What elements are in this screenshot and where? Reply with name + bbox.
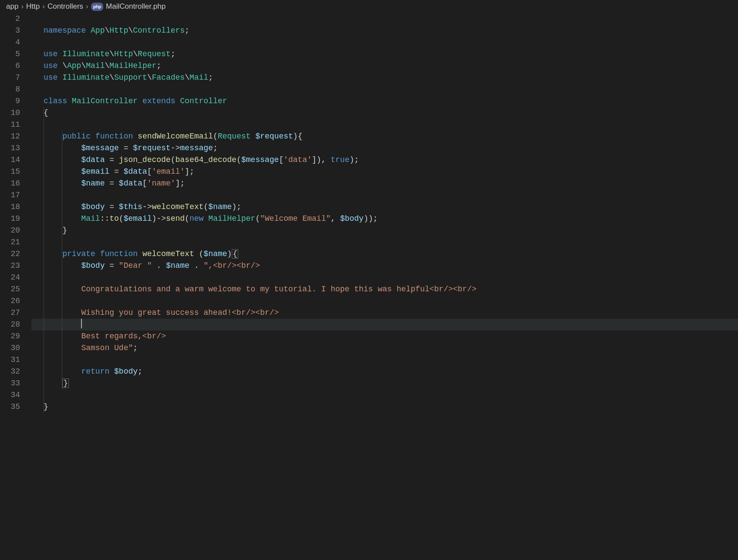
line-number: 32 bbox=[0, 366, 20, 378]
chevron-right-icon: › bbox=[21, 1, 24, 12]
line-number: 18 bbox=[0, 201, 20, 213]
code-line-23[interactable]: $body = "Dear " . $name . ",<br/><br/> bbox=[31, 260, 738, 272]
code-line-32[interactable]: return $body; bbox=[31, 366, 738, 378]
text-cursor bbox=[81, 319, 82, 328]
code-line-21[interactable] bbox=[31, 236, 738, 248]
code-line-8[interactable] bbox=[31, 84, 738, 95]
line-number: 15 bbox=[0, 166, 20, 178]
line-number: 12 bbox=[0, 131, 20, 142]
code-line-2[interactable] bbox=[31, 13, 738, 25]
line-number: 11 bbox=[0, 119, 20, 131]
line-number: 6 bbox=[0, 60, 20, 72]
breadcrumb-seg-http[interactable]: Http bbox=[26, 1, 40, 12]
chevron-right-icon: › bbox=[42, 1, 45, 12]
breadcrumb-file[interactable]: MailController.php bbox=[106, 1, 166, 12]
line-number: 16 bbox=[0, 178, 20, 189]
line-number: 10 bbox=[0, 107, 20, 119]
code-editor[interactable]: 2345678910111213141516171819202122232425… bbox=[0, 13, 738, 413]
line-number-gutter: 2345678910111213141516171819202122232425… bbox=[0, 13, 31, 413]
line-number: 35 bbox=[0, 401, 20, 413]
code-line-14[interactable]: $data = json_decode(base64_decode($messa… bbox=[31, 154, 738, 166]
line-number: 17 bbox=[0, 189, 20, 201]
code-line-28[interactable] bbox=[31, 319, 738, 331]
line-number: 28 bbox=[0, 319, 20, 331]
line-number: 24 bbox=[0, 272, 20, 283]
code-line-19[interactable]: Mail::to($email)->send(new MailHelper("W… bbox=[31, 213, 738, 225]
line-number: 8 bbox=[0, 84, 20, 95]
line-number: 13 bbox=[0, 142, 20, 154]
code-line-15[interactable]: $email = $data['email']; bbox=[31, 166, 738, 178]
line-number: 9 bbox=[0, 95, 20, 107]
code-line-29[interactable]: Best regards,<br/> bbox=[31, 331, 738, 342]
code-line-10[interactable]: { bbox=[31, 107, 738, 119]
line-number: 7 bbox=[0, 72, 20, 84]
line-number: 33 bbox=[0, 378, 20, 389]
code-line-24[interactable] bbox=[31, 272, 738, 283]
line-number: 4 bbox=[0, 37, 20, 48]
code-line-33[interactable]: } bbox=[31, 378, 738, 389]
line-number: 21 bbox=[0, 236, 20, 248]
code-line-12[interactable]: public function sendWelcomeEmail(Request… bbox=[31, 131, 738, 142]
line-number: 26 bbox=[0, 295, 20, 307]
breadcrumb-seg-app[interactable]: app bbox=[6, 1, 18, 12]
line-number: 23 bbox=[0, 260, 20, 272]
line-number: 2 bbox=[0, 13, 20, 25]
code-line-18[interactable]: $body = $this->welcomeText($name); bbox=[31, 201, 738, 213]
breadcrumb[interactable]: app › Http › Controllers › php MailContr… bbox=[0, 0, 738, 13]
code-line-35[interactable]: } bbox=[31, 401, 738, 413]
code-line-7[interactable]: use Illuminate\Support\Facades\Mail; bbox=[31, 72, 738, 84]
code-line-27[interactable]: Wishing you great success ahead!<br/><br… bbox=[31, 307, 738, 319]
code-line-13[interactable]: $message = $request->message; bbox=[31, 142, 738, 154]
code-line-34[interactable] bbox=[31, 389, 738, 401]
code-line-9[interactable]: class MailController extends Controller bbox=[31, 95, 738, 107]
code-line-31[interactable] bbox=[31, 354, 738, 366]
code-line-5[interactable]: use Illuminate\Http\Request; bbox=[31, 48, 738, 60]
line-number: 31 bbox=[0, 354, 20, 366]
breadcrumb-seg-controllers[interactable]: Controllers bbox=[47, 1, 83, 12]
code-line-22[interactable]: private function welcomeText ($name){ bbox=[31, 248, 738, 260]
line-number: 25 bbox=[0, 283, 20, 295]
php-file-icon: php bbox=[91, 3, 103, 11]
line-number: 5 bbox=[0, 48, 20, 60]
chevron-right-icon: › bbox=[86, 1, 88, 12]
code-line-26[interactable] bbox=[31, 295, 738, 307]
code-line-16[interactable]: $name = $data['name']; bbox=[31, 178, 738, 189]
code-line-25[interactable]: Congratulations and a warm welcome to my… bbox=[31, 283, 738, 295]
line-number: 29 bbox=[0, 331, 20, 342]
code-line-6[interactable]: use \App\Mail\MailHelper; bbox=[31, 60, 738, 72]
code-line-11[interactable] bbox=[31, 119, 738, 131]
code-line-17[interactable] bbox=[31, 189, 738, 201]
line-number: 20 bbox=[0, 225, 20, 236]
code-area[interactable]: namespace App\Http\Controllers;use Illum… bbox=[31, 13, 738, 413]
code-line-3[interactable]: namespace App\Http\Controllers; bbox=[31, 25, 738, 37]
line-number: 19 bbox=[0, 213, 20, 225]
line-number: 3 bbox=[0, 25, 20, 37]
code-line-30[interactable]: Samson Ude"; bbox=[31, 342, 738, 354]
line-number: 27 bbox=[0, 307, 20, 319]
line-number: 34 bbox=[0, 389, 20, 401]
line-number: 14 bbox=[0, 154, 20, 166]
line-number: 22 bbox=[0, 248, 20, 260]
code-line-20[interactable]: } bbox=[31, 225, 738, 236]
line-number: 30 bbox=[0, 342, 20, 354]
code-line-4[interactable] bbox=[31, 37, 738, 48]
